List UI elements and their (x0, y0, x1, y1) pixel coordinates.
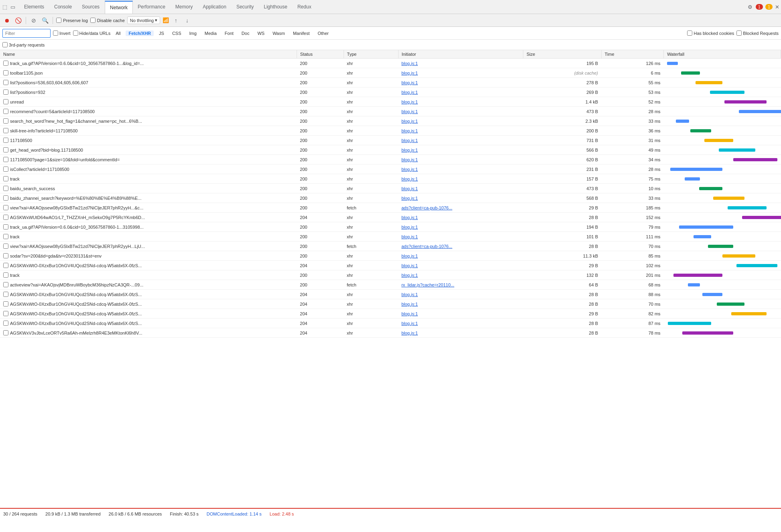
row-initiator[interactable]: blog.js:1 (398, 68, 523, 78)
row-checkbox[interactable] (3, 234, 8, 239)
row-initiator[interactable]: ads?client=ca-pub-1076... (398, 203, 523, 213)
row-initiator[interactable]: blog.js:1 (398, 116, 523, 126)
row-initiator[interactable]: blog.js:1 (398, 78, 523, 87)
invert-checkbox[interactable] (53, 30, 58, 36)
row-checkbox[interactable] (3, 282, 8, 287)
row-checkbox[interactable] (3, 195, 8, 201)
preserve-log-checkbox[interactable] (56, 18, 61, 23)
throttle-select[interactable]: No throttling ▾ (127, 16, 160, 24)
filter-type-font[interactable]: Font (222, 30, 236, 36)
filter-type-manifest[interactable]: Manifest (290, 30, 313, 36)
tab-network[interactable]: Network (105, 1, 133, 14)
table-row[interactable]: view?xai=AKAOjssew08yGSlxBTw21zd7NiCljeJ… (0, 203, 781, 213)
row-checkbox[interactable] (3, 70, 8, 75)
row-checkbox[interactable] (3, 109, 8, 114)
table-row[interactable]: track200xhrblog.js:1132 B201 ms (0, 270, 781, 280)
row-initiator[interactable]: blog.js:1 (398, 174, 523, 184)
search-button[interactable]: 🔍 (41, 16, 49, 25)
row-checkbox[interactable] (3, 311, 8, 316)
row-initiator[interactable]: blog.js:1 (398, 164, 523, 174)
row-initiator[interactable]: blog.js:1 (398, 184, 523, 193)
tab-performance[interactable]: Performance (133, 0, 171, 14)
table-row[interactable]: baidu_zhannei_search?keyword=%E6%80%8E%E… (0, 193, 781, 203)
inspect-icon[interactable]: ⬚ (2, 4, 8, 10)
row-checkbox[interactable] (3, 205, 8, 210)
row-initiator[interactable]: blog.js:1 (398, 309, 523, 319)
row-initiator[interactable]: blog.js:1 (398, 193, 523, 203)
settings-icon[interactable]: ⚙ (747, 4, 753, 10)
tab-elements[interactable]: Elements (19, 0, 49, 14)
table-row[interactable]: track_ua.gif?APIVersion=0.6.0&cid=10_305… (0, 222, 781, 232)
row-initiator[interactable]: blog.js:1 (398, 97, 523, 107)
col-header-size[interactable]: Size (523, 50, 601, 59)
clear-button[interactable]: 🚫 (14, 16, 22, 25)
row-checkbox[interactable] (3, 244, 8, 249)
import-button[interactable]: ↑ (171, 16, 180, 25)
tab-redux[interactable]: Redux (293, 0, 317, 14)
blocked-requests-label[interactable]: Blocked Requests (736, 30, 779, 36)
row-initiator[interactable]: blog.js:1 (398, 319, 523, 328)
row-checkbox[interactable] (3, 128, 8, 133)
row-initiator[interactable]: blog.js:1 (398, 290, 523, 299)
tab-sources[interactable]: Sources (77, 0, 105, 14)
tab-console[interactable]: Console (49, 0, 77, 14)
filter-type-all[interactable]: All (113, 30, 123, 36)
table-row[interactable]: track200xhrblog.js:1157 B75 ms (0, 174, 781, 184)
row-initiator[interactable]: blog.js:1 (398, 136, 523, 145)
row-checkbox[interactable] (3, 224, 8, 229)
row-checkbox[interactable] (3, 176, 8, 181)
table-row[interactable]: view?xai=AKAOjssew08yGSlxBTw21zd7NiCljeJ… (0, 242, 781, 251)
invert-label[interactable]: Invert (53, 30, 71, 36)
row-initiator[interactable]: blog.js:1 (398, 213, 523, 222)
table-row[interactable]: AGSKWxWtO-0XzxBur1OhGV4UQcd2SNd-cdcq-W5a… (0, 290, 781, 299)
tab-lighthouse[interactable]: Lighthouse (259, 0, 293, 14)
table-row[interactable]: search_hot_word?new_hot_flag=1&channel_n… (0, 116, 781, 126)
col-header-initiator[interactable]: Initiator (398, 50, 523, 59)
row-initiator[interactable]: blog.js:1 (398, 261, 523, 270)
row-initiator[interactable]: blog.js:1 (398, 222, 523, 232)
row-initiator[interactable]: ads?client=ca-pub-1076... (398, 242, 523, 251)
device-icon[interactable]: ▭ (10, 4, 16, 10)
row-initiator[interactable]: blog.js:1 (398, 299, 523, 309)
col-header-name[interactable]: Name (0, 50, 297, 59)
col-header-type[interactable]: Type (344, 50, 398, 59)
row-checkbox[interactable] (3, 253, 8, 258)
third-party-label[interactable]: 3rd-party requests (2, 42, 45, 47)
row-initiator[interactable]: blog.js:1 (398, 59, 523, 68)
row-checkbox[interactable] (3, 301, 8, 307)
table-row[interactable]: list?positions=932200xhrblog.js:1269 B53… (0, 87, 781, 97)
row-checkbox[interactable] (3, 118, 8, 124)
row-initiator[interactable]: blog.js:1 (398, 270, 523, 280)
col-header-status[interactable]: Status (297, 50, 344, 59)
close-devtools-icon[interactable]: ✕ (775, 4, 779, 10)
table-row[interactable]: AGSKWxV3vJbvLceORTv5Ra6Ah-mMelzrh8R4E3eM… (0, 328, 781, 338)
row-checkbox[interactable] (3, 61, 8, 66)
table-row[interactable]: track200xhrblog.js:1101 B111 ms (0, 232, 781, 242)
filter-type-js[interactable]: JS (156, 30, 167, 36)
tab-security[interactable]: Security (232, 0, 259, 14)
row-checkbox[interactable] (3, 80, 8, 85)
table-row[interactable]: AGSKWxWtO-0XzxBur1OhGV4UQcd2SNd-cdcq-W5a… (0, 261, 781, 270)
filter-type-fetch-xhr[interactable]: Fetch/XHR (126, 30, 154, 36)
table-row[interactable]: activeview?xai=AKAOjsvjMDBnruWBoybcM36hi… (0, 280, 781, 290)
filter-type-wasm[interactable]: Wasm (270, 30, 288, 36)
row-checkbox[interactable] (3, 263, 8, 268)
row-initiator[interactable]: blog.js:1 (398, 251, 523, 261)
row-checkbox[interactable] (3, 157, 8, 162)
table-row[interactable]: sodar?sv=200&tid=gda&tv=r20230131&st=env… (0, 251, 781, 261)
row-initiator[interactable]: blog.js:1 (398, 328, 523, 338)
hide-data-urls-label[interactable]: Hide/data URLs (73, 30, 111, 36)
row-initiator[interactable]: blog.js:1 (398, 126, 523, 136)
row-checkbox[interactable] (3, 330, 8, 335)
record-button[interactable]: ⏺ (2, 16, 11, 25)
row-initiator[interactable]: rx_lidar.js?cache=r20110... (398, 280, 523, 290)
table-row[interactable]: AGSKWxWtO-0XzxBur1OhGV4UQcd2SNd-cdcq-W5a… (0, 309, 781, 319)
table-row[interactable]: unread200xhrblog.js:11.4 kB52 ms (0, 97, 781, 107)
export-button[interactable]: ↓ (183, 16, 191, 25)
table-row[interactable]: AGSKWxWtO-0XzxBur1OhGV4UQcd2SNd-cdcq-W5a… (0, 299, 781, 309)
has-blocked-cookies-label[interactable]: Has blocked cookies (687, 30, 734, 36)
filter-icon-button[interactable]: ⊘ (29, 16, 38, 25)
table-row[interactable]: 117108500?page=1&size=10&fold=unfold&com… (0, 155, 781, 164)
filter-type-img[interactable]: Img (187, 30, 199, 36)
table-row[interactable]: isCollect?articleId=117108500200xhrblog.… (0, 164, 781, 174)
